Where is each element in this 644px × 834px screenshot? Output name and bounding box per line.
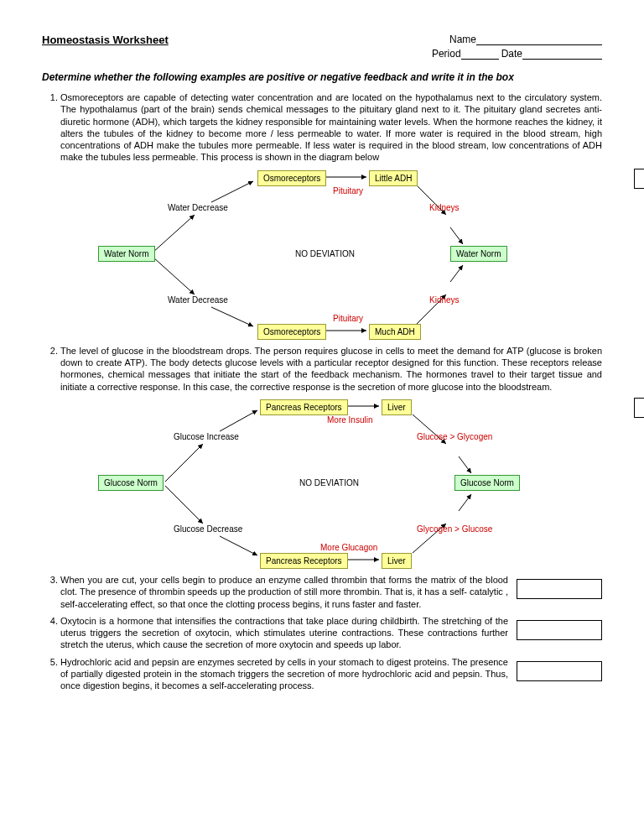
svg-line-1 <box>211 181 253 202</box>
header-row-2: Period Date <box>42 48 602 60</box>
d1-no-deviation: NO DEVIATION <box>295 248 355 259</box>
d2-pancreas-top: Pancreas Receptors <box>260 399 348 415</box>
answer-box-2[interactable] <box>634 398 644 418</box>
d1-kidneys-bot: Kidneys <box>429 295 460 305</box>
question-5: Hydrochloric acid and pepsin are enzymes… <box>60 656 602 692</box>
d2-more-insulin: More Insulin <box>327 414 372 425</box>
question-list: Osmoreceptors are capable of detecting w… <box>42 91 602 692</box>
svg-line-15 <box>165 486 203 524</box>
question-2: The level of glucose in the bloodstream … <box>60 345 602 566</box>
d2-liver-bot: Liver <box>382 553 412 569</box>
svg-line-0 <box>153 215 195 253</box>
instruction-text: Determine whether the following examples… <box>42 71 602 83</box>
d1-osmo-top: Osmoreceptors <box>257 170 326 186</box>
d2-liver-top: Liver <box>382 399 412 415</box>
date-blank[interactable] <box>522 49 602 60</box>
worksheet-title: Homeostasis Worksheet <box>42 34 169 46</box>
d1-osmo-bot: Osmoreceptors <box>257 324 326 340</box>
answer-box-5[interactable] <box>517 661 602 681</box>
svg-line-6 <box>211 307 253 326</box>
question-3: When you are cut, your cells begin to pr… <box>60 574 602 610</box>
d2-gluc-glyc: Glucose > Glycogen <box>417 431 492 442</box>
d1-pituitary-top: Pituitary <box>333 185 363 196</box>
period-date-field: Period Date <box>432 48 602 60</box>
svg-line-10 <box>165 444 203 482</box>
d1-pituitary-bot: Pituitary <box>333 313 363 324</box>
d1-water-decrease-bot: Water Decrease <box>168 295 228 305</box>
period-blank[interactable] <box>461 49 499 60</box>
d2-pancreas-bot: Pancreas Receptors <box>260 553 348 569</box>
d2-no-deviation: NO DEVIATION <box>299 477 359 488</box>
d2-glucose-inc: Glucose Increase <box>174 431 239 442</box>
header-row: Homeostasis Worksheet Name <box>42 34 602 46</box>
d1-kidneys-top: Kidneys <box>429 202 460 213</box>
diagram-2: Glucose Norm Glucose Norm Glucose Increa… <box>86 398 602 566</box>
d2-glucose-norm-right: Glucose Norm <box>454 475 520 491</box>
svg-line-19 <box>459 494 471 511</box>
d1-water-norm-left: Water Norm <box>98 246 155 262</box>
question-4: Oxytocin is a hormone that intensifies t… <box>60 615 602 651</box>
d2-glucose-norm-left: Glucose Norm <box>98 475 164 491</box>
diagram-1: Water Norm Water Norm Water Decrease Wat… <box>86 169 602 336</box>
svg-line-5 <box>153 257 195 295</box>
svg-line-16 <box>220 536 257 555</box>
svg-line-9 <box>450 265 463 282</box>
name-field: Name <box>449 34 602 46</box>
d1-water-norm-right: Water Norm <box>450 246 507 262</box>
name-blank[interactable] <box>476 34 602 45</box>
answer-box-3[interactable] <box>517 579 602 599</box>
d1-much-adh: Much ADH <box>369 324 421 340</box>
d1-little-adh: Little ADH <box>369 170 418 186</box>
question-1: Osmoreceptors are capable of detecting w… <box>60 91 602 336</box>
d2-glucose-dec: Glucose Decrease <box>174 524 242 534</box>
svg-line-11 <box>220 410 257 431</box>
d1-water-decrease-top: Water Decrease <box>168 202 228 213</box>
answer-box-4[interactable] <box>517 620 602 640</box>
answer-box-1[interactable] <box>634 169 644 189</box>
svg-line-14 <box>459 456 471 473</box>
d2-more-glucagon: More Glucagon <box>320 542 377 553</box>
svg-line-4 <box>450 227 463 244</box>
d2-glyc-gluc: Glycogen > Glucose <box>417 524 492 534</box>
